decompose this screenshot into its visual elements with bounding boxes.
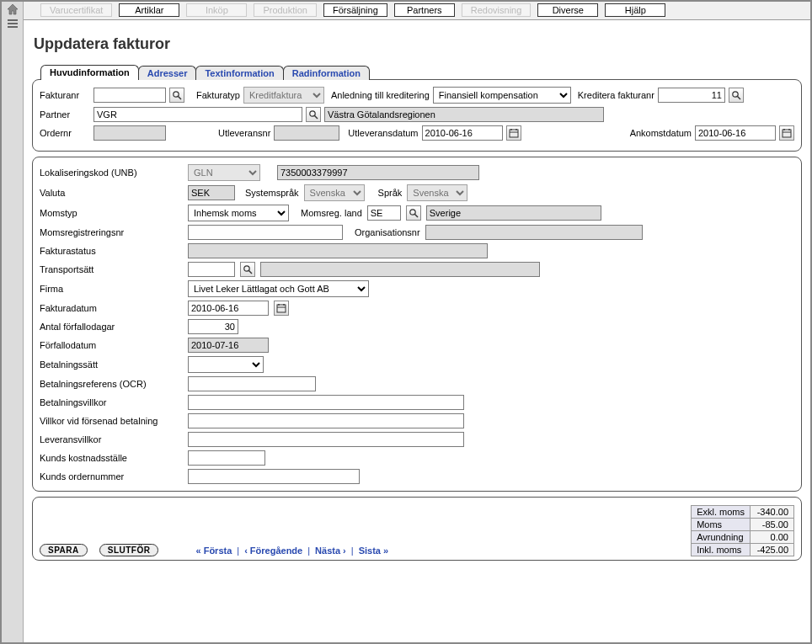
panel-main: Lokaliseringskod (UNB) GLN 7350003379997…	[32, 157, 802, 492]
partner-code-input[interactable]	[93, 107, 302, 122]
pager: « Första | ‹ Föregående | Nästa › | Sist…	[195, 546, 388, 556]
forsenad-input[interactable]	[188, 413, 464, 428]
kunds-ordernr-input[interactable]	[188, 469, 360, 484]
pager-prev[interactable]: ‹ Föregående	[244, 546, 302, 556]
momsregland-name-display: Sverige	[426, 205, 601, 221]
kreditera-fakturanr-input[interactable]	[658, 88, 725, 103]
calendar-icon	[276, 303, 286, 313]
total-value: 0.00	[751, 531, 794, 544]
momsregnr-label: Momsregistreringsnr	[40, 227, 183, 237]
partner-label: Partner	[40, 109, 90, 120]
save-button[interactable]: SPARA	[40, 544, 88, 556]
utleveransdatum-calendar-button[interactable]	[506, 125, 521, 141]
firma-label: Firma	[40, 284, 183, 294]
fakturadatum-input[interactable]	[188, 301, 269, 316]
forfallodatum-display: 2010-07-16	[188, 338, 269, 353]
tab-adresser[interactable]: Adresser	[138, 66, 197, 80]
menu-icon[interactable]	[7, 19, 19, 29]
ocr-label: Betalningsreferens (OCR)	[40, 379, 183, 389]
total-value: -85.00	[751, 519, 794, 531]
svg-rect-13	[783, 130, 791, 137]
ordernr-display	[93, 125, 166, 141]
search-icon	[172, 90, 182, 100]
total-value: -425.00	[751, 544, 794, 556]
ankomstdatum-input[interactable]	[695, 125, 776, 141]
transportsatt-code-input[interactable]	[188, 262, 235, 277]
menubar: Varucertifikat Artiklar Inköp Produktion…	[24, 2, 810, 20]
search-icon	[409, 208, 419, 218]
transportsatt-name-display	[260, 262, 540, 277]
kreditera-lookup-button[interactable]	[729, 88, 744, 103]
betalningsvillkor-input[interactable]	[188, 395, 464, 410]
total-row-exkl: Exkl. moms -340.00	[692, 506, 794, 519]
utleveransdatum-input[interactable]	[422, 125, 503, 141]
betalningssatt-select[interactable]	[188, 356, 264, 373]
finish-button[interactable]: SLUTFÖR	[99, 544, 159, 556]
betalningssatt-label: Betalningssätt	[40, 359, 183, 370]
pager-sep: |	[237, 546, 239, 556]
fakturanr-label: Fakturanr	[40, 90, 90, 100]
momsregland-lookup-button[interactable]	[406, 205, 421, 221]
svg-rect-2	[8, 26, 18, 28]
total-row-moms: Moms -85.00	[692, 519, 794, 531]
anledning-select[interactable]: Finansiell kompensation	[433, 87, 571, 104]
betalningsvillkor-label: Betalningsvillkor	[40, 397, 183, 407]
menu-diverse[interactable]: Diverse	[537, 3, 598, 17]
svg-point-17	[410, 210, 415, 215]
sprak-select: Svenska	[407, 184, 467, 201]
main-area: Varucertifikat Artiklar Inköp Produktion…	[24, 2, 810, 642]
menu-hjalp[interactable]: Hjälp	[605, 3, 665, 17]
calendar-icon	[509, 128, 519, 138]
pager-first[interactable]: « Första	[195, 546, 232, 556]
ankomstdatum-calendar-button[interactable]	[779, 125, 794, 141]
tab-textinformation[interactable]: Textinformation	[195, 66, 283, 80]
tab-huvudinformation[interactable]: Huvudinformation	[40, 65, 139, 80]
antal-forfallodagar-label: Antal förfallodagar	[40, 322, 183, 332]
fakturanr-lookup-button[interactable]	[169, 88, 184, 103]
search-icon	[731, 90, 741, 100]
pager-next[interactable]: Nästa ›	[315, 546, 346, 556]
menu-forsaljning[interactable]: Försäljning	[323, 3, 387, 17]
fakturadatum-calendar-button[interactable]	[274, 301, 289, 316]
utleveransnr-display	[274, 125, 339, 141]
firma-select[interactable]: Livet Leker Lättlagat och Gott AB	[188, 280, 369, 297]
tab-row: Huvudinformation Adresser Textinformatio…	[40, 65, 802, 80]
fakturatyp-select: Kreditfaktura	[243, 87, 324, 104]
menu-partners[interactable]: Partners	[394, 3, 455, 17]
svg-line-8	[315, 116, 318, 120]
momsregnr-input[interactable]	[188, 225, 343, 240]
fakturanr-input[interactable]	[93, 88, 166, 103]
ocr-input[interactable]	[188, 376, 316, 391]
momsregland-code-input[interactable]	[367, 205, 401, 221]
tab-radinformation[interactable]: Radinformation	[283, 66, 370, 80]
total-label: Avrundning	[692, 531, 751, 544]
partner-lookup-button[interactable]	[306, 107, 321, 122]
svg-line-18	[414, 215, 418, 218]
valuta-label: Valuta	[40, 188, 183, 198]
menu-artiklar[interactable]: Artiklar	[119, 3, 179, 17]
kostnadsstalle-input[interactable]	[188, 450, 265, 466]
ankomstdatum-label: Ankomstdatum	[630, 128, 692, 138]
svg-line-6	[737, 97, 740, 100]
systemsprak-select: Svenska	[304, 184, 365, 201]
pager-last[interactable]: Sista »	[359, 546, 388, 556]
search-icon	[243, 264, 253, 274]
anledning-label: Anledning till kreditering	[331, 90, 430, 100]
antal-forfallodagar-input[interactable]	[188, 319, 238, 334]
content: Uppdatera fakturor Huvudinformation Adre…	[24, 20, 810, 642]
momstyp-select[interactable]: Inhemsk moms	[188, 205, 289, 221]
valuta-display: SEK	[188, 185, 235, 200]
menu-produktion: Produktion	[254, 3, 317, 17]
calendar-icon	[782, 128, 792, 138]
svg-rect-0	[8, 19, 18, 21]
svg-rect-21	[277, 305, 286, 312]
forsenad-label: Villkor vid försenad betalning	[40, 416, 183, 426]
fakturatyp-label: Fakturatyp	[196, 90, 240, 100]
total-row-inkl: Inkl. moms -425.00	[692, 544, 794, 556]
home-icon[interactable]	[6, 3, 19, 15]
transportsatt-lookup-button[interactable]	[240, 262, 255, 277]
leveransvillkor-input[interactable]	[188, 432, 464, 447]
sprak-label: Språk	[378, 188, 403, 198]
momsregland-label: Momsreg. land	[301, 208, 362, 218]
lokaliseringskod-label: Lokaliseringskod (UNB)	[40, 168, 183, 178]
